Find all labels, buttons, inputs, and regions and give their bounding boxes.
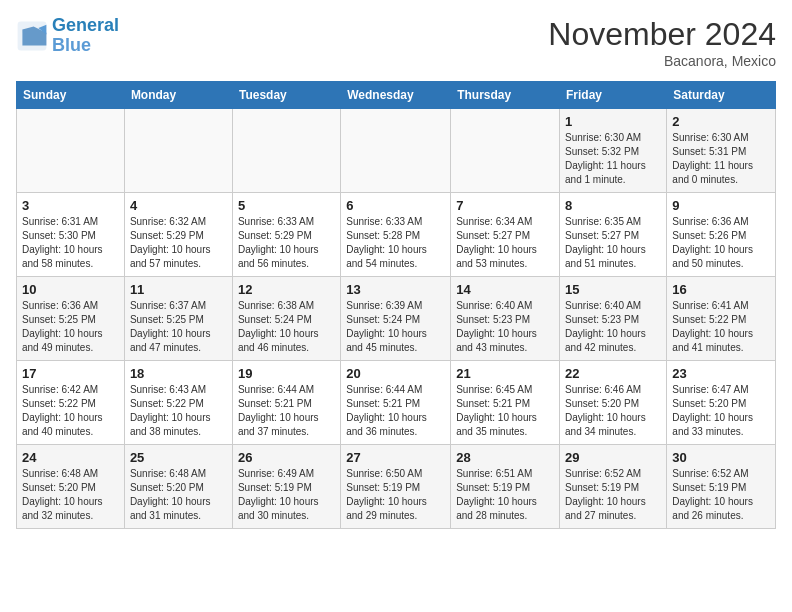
day-info: Sunrise: 6:48 AM Sunset: 5:20 PM Dayligh… — [22, 467, 119, 523]
day-info: Sunrise: 6:41 AM Sunset: 5:22 PM Dayligh… — [672, 299, 770, 355]
day-number: 13 — [346, 282, 445, 297]
weekday-header-sunday: Sunday — [17, 82, 125, 109]
day-cell: 3Sunrise: 6:31 AM Sunset: 5:30 PM Daylig… — [17, 193, 125, 277]
day-number: 24 — [22, 450, 119, 465]
day-number: 6 — [346, 198, 445, 213]
day-cell: 11Sunrise: 6:37 AM Sunset: 5:25 PM Dayli… — [124, 277, 232, 361]
day-info: Sunrise: 6:42 AM Sunset: 5:22 PM Dayligh… — [22, 383, 119, 439]
page-header: General Blue November 2024 Bacanora, Mex… — [16, 16, 776, 69]
day-number: 15 — [565, 282, 661, 297]
day-cell: 18Sunrise: 6:43 AM Sunset: 5:22 PM Dayli… — [124, 361, 232, 445]
day-info: Sunrise: 6:30 AM Sunset: 5:31 PM Dayligh… — [672, 131, 770, 187]
day-number: 29 — [565, 450, 661, 465]
weekday-header-tuesday: Tuesday — [232, 82, 340, 109]
day-number: 19 — [238, 366, 335, 381]
day-cell: 2Sunrise: 6:30 AM Sunset: 5:31 PM Daylig… — [667, 109, 776, 193]
day-info: Sunrise: 6:51 AM Sunset: 5:19 PM Dayligh… — [456, 467, 554, 523]
month-title: November 2024 — [548, 16, 776, 53]
day-number: 11 — [130, 282, 227, 297]
day-info: Sunrise: 6:39 AM Sunset: 5:24 PM Dayligh… — [346, 299, 445, 355]
week-row-1: 1Sunrise: 6:30 AM Sunset: 5:32 PM Daylig… — [17, 109, 776, 193]
weekday-header-thursday: Thursday — [451, 82, 560, 109]
day-number: 2 — [672, 114, 770, 129]
day-number: 28 — [456, 450, 554, 465]
day-number: 14 — [456, 282, 554, 297]
day-cell — [451, 109, 560, 193]
logo-icon — [16, 20, 48, 52]
day-cell: 30Sunrise: 6:52 AM Sunset: 5:19 PM Dayli… — [667, 445, 776, 529]
day-number: 21 — [456, 366, 554, 381]
day-cell — [341, 109, 451, 193]
day-cell: 1Sunrise: 6:30 AM Sunset: 5:32 PM Daylig… — [560, 109, 667, 193]
day-info: Sunrise: 6:49 AM Sunset: 5:19 PM Dayligh… — [238, 467, 335, 523]
day-info: Sunrise: 6:44 AM Sunset: 5:21 PM Dayligh… — [238, 383, 335, 439]
weekday-header-wednesday: Wednesday — [341, 82, 451, 109]
day-number: 26 — [238, 450, 335, 465]
day-cell: 5Sunrise: 6:33 AM Sunset: 5:29 PM Daylig… — [232, 193, 340, 277]
day-cell: 28Sunrise: 6:51 AM Sunset: 5:19 PM Dayli… — [451, 445, 560, 529]
day-cell: 15Sunrise: 6:40 AM Sunset: 5:23 PM Dayli… — [560, 277, 667, 361]
logo-text: General Blue — [52, 16, 119, 56]
weekday-header-monday: Monday — [124, 82, 232, 109]
day-info: Sunrise: 6:30 AM Sunset: 5:32 PM Dayligh… — [565, 131, 661, 187]
day-info: Sunrise: 6:36 AM Sunset: 5:25 PM Dayligh… — [22, 299, 119, 355]
day-info: Sunrise: 6:35 AM Sunset: 5:27 PM Dayligh… — [565, 215, 661, 271]
weekday-header-friday: Friday — [560, 82, 667, 109]
day-cell: 19Sunrise: 6:44 AM Sunset: 5:21 PM Dayli… — [232, 361, 340, 445]
day-number: 27 — [346, 450, 445, 465]
day-info: Sunrise: 6:40 AM Sunset: 5:23 PM Dayligh… — [456, 299, 554, 355]
day-number: 1 — [565, 114, 661, 129]
week-row-4: 17Sunrise: 6:42 AM Sunset: 5:22 PM Dayli… — [17, 361, 776, 445]
day-number: 7 — [456, 198, 554, 213]
day-info: Sunrise: 6:50 AM Sunset: 5:19 PM Dayligh… — [346, 467, 445, 523]
day-cell: 22Sunrise: 6:46 AM Sunset: 5:20 PM Dayli… — [560, 361, 667, 445]
day-info: Sunrise: 6:33 AM Sunset: 5:29 PM Dayligh… — [238, 215, 335, 271]
day-number: 18 — [130, 366, 227, 381]
day-info: Sunrise: 6:40 AM Sunset: 5:23 PM Dayligh… — [565, 299, 661, 355]
day-cell: 8Sunrise: 6:35 AM Sunset: 5:27 PM Daylig… — [560, 193, 667, 277]
day-info: Sunrise: 6:37 AM Sunset: 5:25 PM Dayligh… — [130, 299, 227, 355]
day-cell: 26Sunrise: 6:49 AM Sunset: 5:19 PM Dayli… — [232, 445, 340, 529]
day-info: Sunrise: 6:31 AM Sunset: 5:30 PM Dayligh… — [22, 215, 119, 271]
day-number: 8 — [565, 198, 661, 213]
day-cell: 13Sunrise: 6:39 AM Sunset: 5:24 PM Dayli… — [341, 277, 451, 361]
weekday-header-saturday: Saturday — [667, 82, 776, 109]
day-info: Sunrise: 6:47 AM Sunset: 5:20 PM Dayligh… — [672, 383, 770, 439]
day-cell: 29Sunrise: 6:52 AM Sunset: 5:19 PM Dayli… — [560, 445, 667, 529]
day-cell: 16Sunrise: 6:41 AM Sunset: 5:22 PM Dayli… — [667, 277, 776, 361]
day-cell — [232, 109, 340, 193]
day-info: Sunrise: 6:52 AM Sunset: 5:19 PM Dayligh… — [565, 467, 661, 523]
day-info: Sunrise: 6:52 AM Sunset: 5:19 PM Dayligh… — [672, 467, 770, 523]
day-cell: 7Sunrise: 6:34 AM Sunset: 5:27 PM Daylig… — [451, 193, 560, 277]
day-cell: 14Sunrise: 6:40 AM Sunset: 5:23 PM Dayli… — [451, 277, 560, 361]
day-number: 23 — [672, 366, 770, 381]
day-number: 17 — [22, 366, 119, 381]
day-info: Sunrise: 6:46 AM Sunset: 5:20 PM Dayligh… — [565, 383, 661, 439]
day-number: 5 — [238, 198, 335, 213]
week-row-2: 3Sunrise: 6:31 AM Sunset: 5:30 PM Daylig… — [17, 193, 776, 277]
day-info: Sunrise: 6:38 AM Sunset: 5:24 PM Dayligh… — [238, 299, 335, 355]
day-info: Sunrise: 6:32 AM Sunset: 5:29 PM Dayligh… — [130, 215, 227, 271]
day-cell: 12Sunrise: 6:38 AM Sunset: 5:24 PM Dayli… — [232, 277, 340, 361]
day-cell: 6Sunrise: 6:33 AM Sunset: 5:28 PM Daylig… — [341, 193, 451, 277]
day-cell: 20Sunrise: 6:44 AM Sunset: 5:21 PM Dayli… — [341, 361, 451, 445]
day-info: Sunrise: 6:44 AM Sunset: 5:21 PM Dayligh… — [346, 383, 445, 439]
day-number: 10 — [22, 282, 119, 297]
week-row-3: 10Sunrise: 6:36 AM Sunset: 5:25 PM Dayli… — [17, 277, 776, 361]
day-number: 22 — [565, 366, 661, 381]
weekday-header-row: SundayMondayTuesdayWednesdayThursdayFrid… — [17, 82, 776, 109]
calendar-table: SundayMondayTuesdayWednesdayThursdayFrid… — [16, 81, 776, 529]
day-cell: 23Sunrise: 6:47 AM Sunset: 5:20 PM Dayli… — [667, 361, 776, 445]
day-number: 25 — [130, 450, 227, 465]
day-info: Sunrise: 6:34 AM Sunset: 5:27 PM Dayligh… — [456, 215, 554, 271]
day-cell: 21Sunrise: 6:45 AM Sunset: 5:21 PM Dayli… — [451, 361, 560, 445]
title-block: November 2024 Bacanora, Mexico — [548, 16, 776, 69]
day-info: Sunrise: 6:45 AM Sunset: 5:21 PM Dayligh… — [456, 383, 554, 439]
day-number: 30 — [672, 450, 770, 465]
location: Bacanora, Mexico — [548, 53, 776, 69]
day-cell: 10Sunrise: 6:36 AM Sunset: 5:25 PM Dayli… — [17, 277, 125, 361]
day-cell: 9Sunrise: 6:36 AM Sunset: 5:26 PM Daylig… — [667, 193, 776, 277]
day-cell — [17, 109, 125, 193]
day-info: Sunrise: 6:48 AM Sunset: 5:20 PM Dayligh… — [130, 467, 227, 523]
day-info: Sunrise: 6:33 AM Sunset: 5:28 PM Dayligh… — [346, 215, 445, 271]
